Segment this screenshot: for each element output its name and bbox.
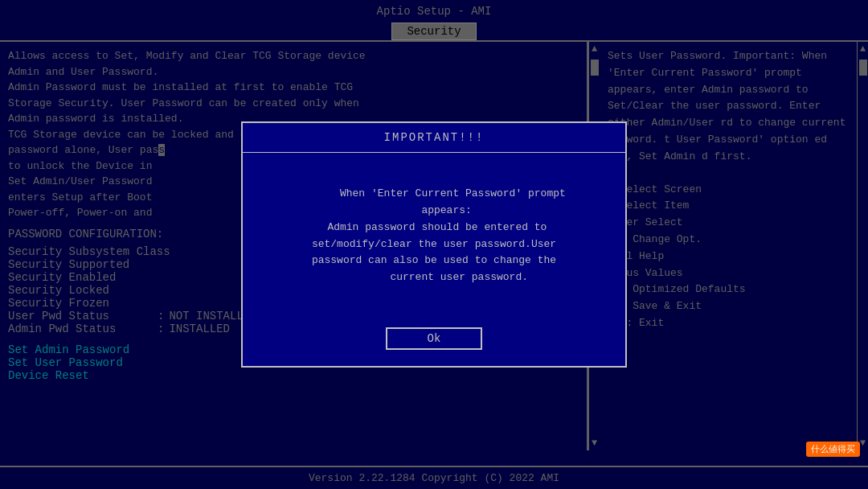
modal-dialog: IMPORTANT!!! When 'Enter Current Passwor… xyxy=(241,121,627,367)
watermark: 什么値得买 xyxy=(806,442,860,457)
ok-button[interactable]: Ok xyxy=(386,327,483,350)
modal-overlay: IMPORTANT!!! When 'Enter Current Passwor… xyxy=(0,0,868,489)
watermark-text: 什么値得买 xyxy=(811,444,855,454)
modal-body-text: When 'Enter Current Password' prompt app… xyxy=(312,187,566,283)
modal-title: IMPORTANT!!! xyxy=(243,123,625,153)
modal-body: When 'Enter Current Password' prompt app… xyxy=(243,153,625,318)
modal-footer: Ok xyxy=(243,319,625,366)
